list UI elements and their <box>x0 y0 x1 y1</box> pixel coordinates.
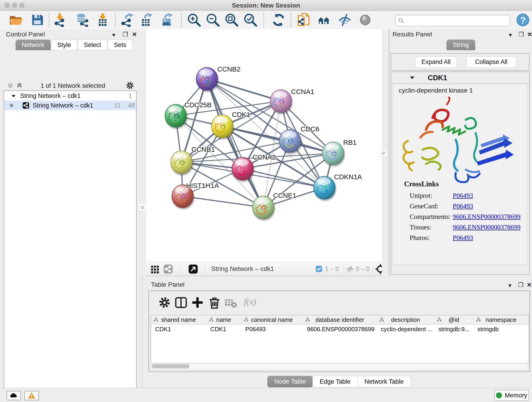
edge-CCNB2-CCNA1[interactable] <box>207 79 281 101</box>
network-row[interactable]: String Network – cdk1 11 48 <box>4 101 136 110</box>
node-CCNA2[interactable] <box>232 157 253 180</box>
save-session-icon[interactable] <box>31 13 44 27</box>
delete-column-icon[interactable] <box>208 296 221 309</box>
zoom-selected-icon[interactable] <box>244 13 257 27</box>
node-CDK1[interactable] <box>211 115 233 138</box>
show-orb-icon[interactable] <box>358 13 372 27</box>
float-panel-icon[interactable]: ❐ <box>123 31 128 38</box>
tab-node-table[interactable]: Node Table <box>267 376 313 387</box>
table-cell[interactable]: stringdb <box>473 324 529 334</box>
refresh-icon[interactable] <box>272 13 285 27</box>
crosslink-value[interactable]: P06493 <box>453 234 473 242</box>
table-cell[interactable]: P06493 <box>241 324 303 334</box>
node-CCNE1[interactable] <box>253 196 274 219</box>
edge-HIST1H1A-CCNE1[interactable] <box>183 196 263 207</box>
protein-details: cyclin-dependent kinase 1 <box>393 84 527 265</box>
collapse-triangle-icon[interactable] <box>11 94 16 99</box>
import-network-icon[interactable] <box>53 13 67 27</box>
node-RB1[interactable] <box>322 142 344 165</box>
collapse-all-icon[interactable] <box>7 82 14 89</box>
table-hscrollbar-thumb[interactable] <box>152 364 190 368</box>
network-type-icon <box>22 102 29 109</box>
float-panel-icon[interactable]: ❐ <box>519 31 524 38</box>
gear-icon[interactable] <box>158 296 171 309</box>
float-panel-icon[interactable]: ❐ <box>518 281 523 288</box>
help-icon[interactable]: ? <box>516 13 530 27</box>
share-view-icon[interactable] <box>163 264 173 274</box>
export-image-icon[interactable] <box>160 13 174 27</box>
panel-menu-icon[interactable]: ▾ <box>509 32 512 38</box>
collapse-all-button[interactable]: Collapse All <box>466 56 516 68</box>
warning-button[interactable] <box>24 391 39 400</box>
network-canvas[interactable]: CCNB2CCNA1CDC25BCDK1CDC6RB1CCNB1CCNA2CDK… <box>146 29 382 262</box>
crosslink-value[interactable]: 9606.ENSP00000378699 <box>453 223 520 231</box>
crosslink-row: Pharos:P06493 <box>410 234 524 245</box>
tab-network-table[interactable]: Network Table <box>357 376 411 387</box>
show-columns-icon[interactable] <box>175 296 187 309</box>
panel-menu-icon[interactable]: ▾ <box>508 282 511 289</box>
close-panel-icon[interactable]: ✕ <box>527 31 532 38</box>
table-cell[interactable]: CDK1 <box>206 324 241 334</box>
import-database-icon[interactable] <box>75 13 89 27</box>
hide-eye-icon[interactable] <box>338 13 352 27</box>
protein-description: cyclin-dependent kinase 1 <box>399 87 473 94</box>
node-CCNA1[interactable] <box>270 89 292 113</box>
column-header[interactable]: namespace <box>473 315 529 324</box>
expand-all-button[interactable]: Expand All <box>415 56 457 68</box>
home-icon[interactable] <box>317 13 331 27</box>
node-CCNB2[interactable] <box>196 67 218 90</box>
column-header[interactable]: canonical name <box>241 315 303 324</box>
expand-all-icon[interactable] <box>16 82 23 89</box>
tab-select[interactable]: Select <box>78 40 107 50</box>
network-collection-row[interactable]: String Network – cdk1 1 <box>4 91 136 101</box>
table-hscrollbar[interactable] <box>151 364 528 369</box>
protein-header[interactable]: CDK1 <box>391 72 529 84</box>
column-header[interactable]: name <box>206 315 241 324</box>
export-table-icon[interactable] <box>139 13 153 27</box>
node-CDC25B[interactable] <box>165 104 186 127</box>
search-input[interactable] <box>406 16 508 25</box>
birds-eye-view-icon[interactable] <box>188 264 198 274</box>
tab-edge-table[interactable]: Edge Table <box>312 376 358 387</box>
gear-icon[interactable] <box>126 81 134 90</box>
tab-network[interactable]: Network <box>16 40 51 50</box>
close-panel-icon[interactable]: ✕ <box>132 31 137 38</box>
export-network-icon[interactable] <box>120 13 134 27</box>
selected-checkbox[interactable] <box>316 266 322 272</box>
table-cell[interactable]: stringdb:9... <box>434 324 473 334</box>
import-table-icon[interactable] <box>96 13 109 27</box>
cloud-button[interactable] <box>6 391 21 400</box>
node-CDC6[interactable] <box>279 129 301 153</box>
node-label-CDK1: CDK1 <box>232 111 250 118</box>
toolbar-separator <box>291 13 291 27</box>
right-splitter-grip[interactable] <box>380 149 387 157</box>
panel-menu-icon[interactable]: ▾ <box>112 32 115 38</box>
column-header[interactable]: @id <box>434 315 473 324</box>
crosslink-value[interactable]: P06493 <box>453 192 473 199</box>
tab-sets[interactable]: Sets <box>108 40 133 50</box>
crosslink-value[interactable]: P06493 <box>453 202 473 210</box>
memory-button[interactable]: Memory <box>494 390 529 401</box>
crosslink-value[interactable]: 9606.ENSP00000378699 <box>453 213 520 220</box>
tab-string[interactable]: String <box>447 40 475 50</box>
table-cell[interactable]: CDK1 <box>151 324 206 334</box>
column-header[interactable]: description <box>377 315 434 324</box>
table-cell[interactable]: 9606.ENSP00000378699 <box>303 324 377 334</box>
add-column-icon[interactable] <box>191 296 204 309</box>
left-splitter-grip[interactable] <box>138 204 146 211</box>
zoom-out-icon[interactable] <box>206 13 220 27</box>
tab-style[interactable]: Style <box>51 40 77 50</box>
share-document-icon[interactable] <box>297 13 311 27</box>
open-session-icon[interactable] <box>9 13 23 27</box>
node-CCNB1[interactable] <box>171 151 192 174</box>
zoom-fit-icon[interactable] <box>225 13 239 27</box>
column-header[interactable]: database identifier <box>303 315 377 324</box>
grid-view-icon[interactable] <box>151 264 160 274</box>
table-cell[interactable]: cyclin-dependent ... <box>377 324 434 334</box>
column-header[interactable]: shared name <box>151 315 206 324</box>
close-panel-icon[interactable]: ✕ <box>527 281 532 288</box>
collapse-triangle-icon[interactable] <box>409 75 415 81</box>
toolbar-separator <box>115 13 116 27</box>
node-CDKN1A[interactable] <box>314 176 335 199</box>
zoom-in-icon[interactable] <box>187 13 201 27</box>
